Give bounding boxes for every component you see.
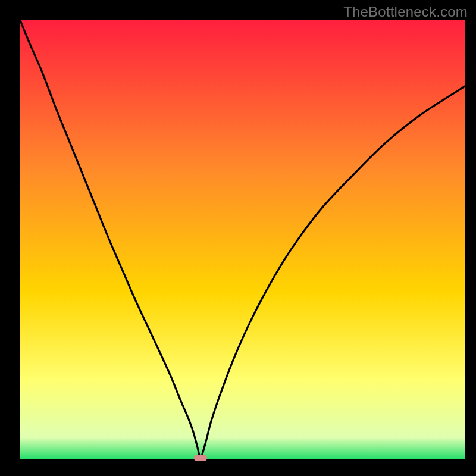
optimum-marker [194, 455, 207, 461]
bottleneck-chart [0, 0, 476, 476]
watermark-text: TheBottleneck.com [343, 4, 468, 20]
chart-stage: TheBottleneck.com [0, 0, 476, 476]
plot-area [20, 20, 465, 459]
